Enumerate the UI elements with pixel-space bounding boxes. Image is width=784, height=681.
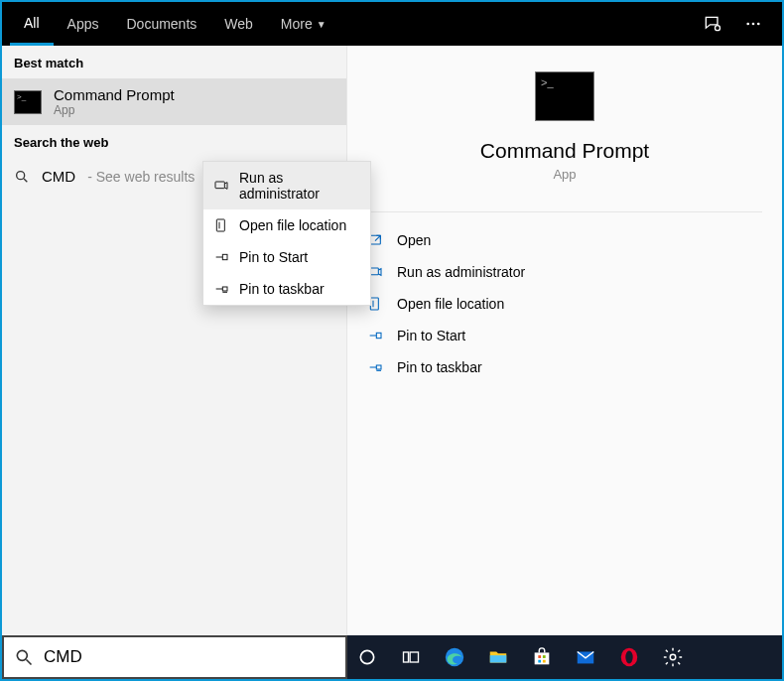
action-run-as-admin[interactable]: Run as administrator — [357, 256, 772, 288]
action-pin-to-taskbar[interactable]: Pin to taskbar — [357, 351, 772, 383]
svg-point-26 — [360, 650, 373, 663]
web-query: CMD — [42, 168, 75, 185]
action-open[interactable]: Open — [357, 224, 772, 256]
result-name: Command Prompt — [54, 86, 175, 103]
pin-start-icon — [367, 328, 383, 343]
search-input[interactable] — [44, 647, 335, 667]
svg-rect-20 — [376, 333, 381, 338]
tab-apps[interactable]: Apps — [54, 2, 113, 46]
svg-point-2 — [752, 23, 755, 26]
svg-line-25 — [27, 660, 32, 665]
svg-rect-28 — [410, 652, 418, 662]
search-icon — [14, 647, 34, 667]
result-command-prompt[interactable]: Command Prompt App — [2, 78, 346, 125]
ctx-pin-to-taskbar[interactable]: Pin to taskbar — [203, 273, 370, 305]
opera-icon[interactable] — [617, 645, 641, 669]
svg-rect-12 — [222, 287, 227, 291]
edge-icon[interactable] — [443, 645, 466, 669]
task-view-icon[interactable] — [399, 645, 423, 669]
svg-rect-35 — [543, 660, 546, 663]
svg-rect-33 — [543, 655, 546, 658]
action-open-file-location-label: Open file location — [397, 296, 504, 312]
svg-point-0 — [716, 26, 720, 31]
tab-all[interactable]: All — [10, 2, 54, 46]
web-hint: - See web results — [87, 169, 195, 185]
folder-icon — [213, 217, 229, 233]
ctx-pin-to-start-label: Pin to Start — [239, 249, 308, 265]
best-match-label: Best match — [2, 46, 346, 78]
pin-taskbar-icon — [367, 359, 383, 375]
bottom-bar — [2, 635, 782, 679]
action-open-label: Open — [397, 232, 431, 248]
action-pin-to-start-label: Pin to Start — [397, 328, 465, 343]
svg-rect-32 — [538, 655, 541, 658]
svg-point-3 — [757, 23, 760, 26]
preview-pane: Command Prompt App Open Run as administr… — [347, 46, 782, 635]
tab-documents[interactable]: Documents — [112, 2, 210, 46]
svg-point-24 — [17, 650, 27, 660]
command-prompt-icon — [535, 71, 594, 121]
result-text: Command Prompt App — [54, 86, 175, 117]
svg-line-5 — [24, 179, 27, 182]
pin-start-icon — [213, 249, 229, 265]
svg-rect-34 — [538, 660, 541, 663]
svg-point-38 — [625, 651, 632, 664]
pin-taskbar-icon — [213, 281, 229, 297]
divider — [367, 211, 762, 212]
ctx-run-as-admin-label: Run as administrator — [239, 170, 360, 202]
preview-header: Command Prompt App — [347, 46, 782, 200]
tab-more[interactable]: More ▼ — [267, 2, 340, 46]
svg-rect-17 — [370, 298, 378, 310]
result-type: App — [54, 103, 175, 117]
ctx-pin-to-taskbar-label: Pin to taskbar — [239, 281, 325, 297]
svg-rect-10 — [222, 254, 227, 259]
cortana-icon[interactable] — [355, 645, 379, 669]
svg-rect-31 — [535, 652, 550, 664]
svg-rect-6 — [215, 182, 224, 189]
context-menu: Run as administrator Open file location … — [202, 161, 371, 306]
main-area: Best match Command Prompt App Search the… — [2, 46, 782, 635]
shield-icon — [213, 178, 229, 194]
ctx-pin-to-start[interactable]: Pin to Start — [203, 241, 370, 273]
svg-rect-30 — [490, 655, 507, 662]
search-box[interactable] — [2, 635, 347, 679]
preview-title: Command Prompt — [480, 139, 649, 163]
feedback-icon[interactable] — [703, 14, 722, 34]
action-open-file-location[interactable]: Open file location — [357, 288, 772, 320]
action-pin-to-taskbar-label: Pin to taskbar — [397, 359, 482, 375]
svg-point-39 — [670, 654, 676, 660]
svg-rect-7 — [216, 219, 224, 231]
tab-web[interactable]: Web — [210, 2, 267, 46]
more-options-icon[interactable] — [744, 15, 762, 33]
settings-icon[interactable] — [661, 645, 685, 669]
taskbar — [347, 635, 782, 679]
svg-rect-22 — [376, 365, 381, 369]
svg-point-1 — [746, 23, 749, 26]
ctx-open-file-location-label: Open file location — [239, 217, 346, 233]
ctx-open-file-location[interactable]: Open file location — [203, 209, 370, 241]
action-pin-to-start[interactable]: Pin to Start — [357, 320, 772, 351]
svg-rect-27 — [404, 652, 409, 662]
command-prompt-icon — [14, 90, 42, 114]
svg-line-15 — [375, 235, 380, 240]
tab-more-label: More — [281, 16, 313, 32]
file-explorer-icon[interactable] — [486, 645, 510, 669]
ctx-run-as-admin[interactable]: Run as administrator — [203, 162, 370, 209]
results-pane: Best match Command Prompt App Search the… — [2, 46, 347, 635]
svg-point-4 — [17, 171, 25, 179]
microsoft-store-icon[interactable] — [530, 645, 554, 669]
action-run-as-admin-label: Run as administrator — [397, 264, 525, 280]
filter-tabs: All Apps Documents Web More ▼ — [2, 2, 782, 46]
action-list: Open Run as administrator Open file loca… — [347, 218, 782, 389]
search-web-label: Search the web — [2, 125, 346, 158]
search-icon — [14, 169, 30, 185]
search-window: All Apps Documents Web More ▼ Best match… — [0, 0, 784, 681]
mail-icon[interactable] — [574, 645, 597, 669]
chevron-down-icon: ▼ — [317, 19, 327, 30]
preview-subtitle: App — [553, 167, 576, 182]
